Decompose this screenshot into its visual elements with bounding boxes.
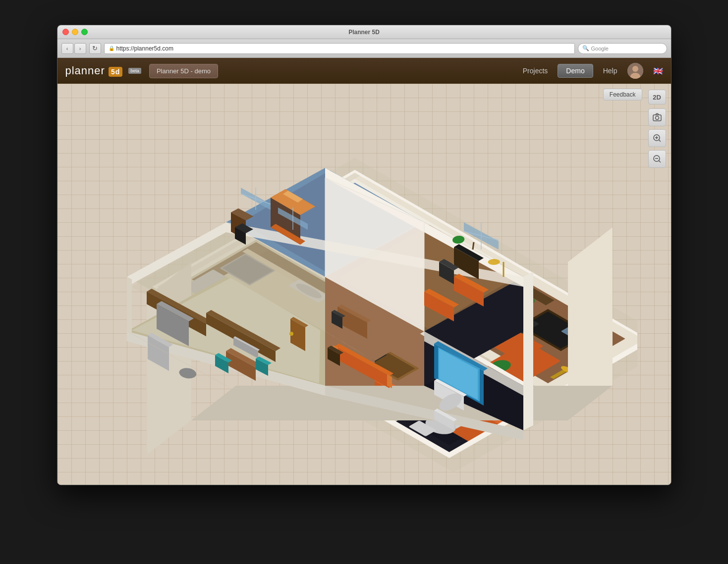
maximize-button[interactable] (81, 29, 88, 35)
logo-box: 5d (109, 67, 122, 77)
forward-button[interactable]: › (74, 43, 86, 54)
svg-point-172 (289, 332, 293, 336)
user-avatar[interactable] (627, 63, 643, 79)
screenshot-button[interactable] (648, 108, 666, 126)
title-bar: Planner 5D (57, 25, 671, 39)
logo-area: planner 5d beta (65, 64, 141, 77)
camera-icon (652, 112, 662, 122)
app-header: planner 5d beta Planner 5D - demo Projec… (57, 58, 671, 84)
traffic-lights (62, 29, 88, 35)
floorplan-3d (77, 94, 622, 465)
logo-text: planner 5d (65, 64, 123, 77)
language-flag[interactable]: 🇬🇧 (653, 66, 663, 76)
svg-point-4 (655, 116, 659, 120)
nav-projects[interactable]: Projects (523, 67, 548, 75)
demo-button[interactable]: Demo (558, 64, 593, 78)
svg-line-146 (473, 242, 474, 250)
project-name-tab[interactable]: Planner 5D - demo (149, 64, 218, 78)
zoom-in-icon (652, 133, 662, 143)
zoom-out-icon (652, 154, 662, 164)
svg-point-159 (178, 367, 198, 380)
search-placeholder: Google (591, 46, 609, 51)
svg-line-11 (659, 161, 661, 163)
svg-marker-123 (523, 272, 533, 430)
search-icon: 🔍 (582, 45, 589, 51)
close-button[interactable] (62, 29, 69, 35)
logo-word: planner (65, 64, 105, 77)
svg-point-145 (451, 236, 465, 244)
reload-button[interactable]: ↻ (89, 43, 101, 54)
back-button[interactable]: ‹ (61, 43, 73, 54)
svg-point-1 (632, 66, 638, 72)
browser-toolbar: ‹ › ↻ 🔒 https://planner5d.com 🔍 Google (57, 39, 671, 58)
header-nav: Projects Demo Help 🇬🇧 (523, 63, 663, 79)
lock-icon: 🔒 (109, 46, 114, 51)
zoom-in-button[interactable] (648, 129, 666, 147)
nav-buttons: ‹ › (61, 43, 86, 54)
right-panel (648, 108, 666, 168)
address-bar[interactable]: 🔒 https://planner5d.com (104, 43, 575, 54)
window-title: Planner 5D (348, 29, 380, 36)
feedback-button[interactable]: Feedback (603, 89, 642, 101)
url-text: https://planner5d.com (116, 45, 173, 52)
search-bar[interactable]: 🔍 Google (578, 43, 667, 54)
svg-marker-197 (127, 277, 132, 334)
beta-badge: beta (128, 68, 141, 74)
minimize-button[interactable] (72, 29, 78, 35)
zoom-out-button[interactable] (648, 150, 666, 168)
main-content: Feedback 2D (57, 84, 671, 485)
app-window: Planner 5D ‹ › ↻ 🔒 https://planner5d.com… (57, 25, 672, 485)
nav-help[interactable]: Help (603, 67, 617, 75)
svg-line-8 (659, 140, 661, 142)
